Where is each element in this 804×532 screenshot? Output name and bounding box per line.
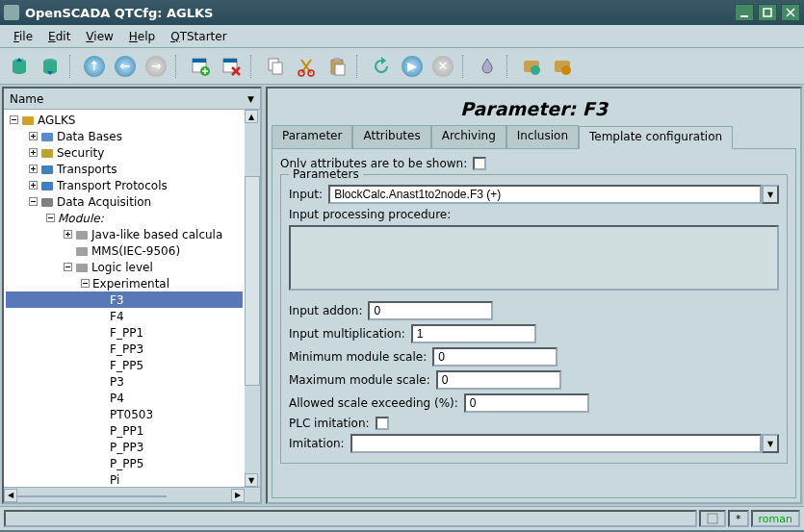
exceed-input[interactable] — [464, 393, 589, 413]
tree-item[interactable]: F3 — [6, 291, 243, 308]
tree-item[interactable]: Data Acquisition — [6, 193, 243, 210]
tree-toggle-icon[interactable] — [8, 114, 19, 126]
mult-input[interactable] — [411, 324, 536, 343]
tree-scrollbar-vertical[interactable]: ▲ ▼ — [245, 110, 260, 487]
tree-item[interactable]: Module: — [6, 210, 243, 226]
tabs-row: ParameterAttributesArchivingInclusionTem… — [272, 125, 796, 148]
only-attrs-checkbox[interactable] — [473, 157, 486, 170]
tree-item[interactable]: P3 — [6, 373, 243, 390]
svg-rect-14 — [334, 58, 340, 62]
menubar: File Edit View Help QTStarter — [0, 25, 804, 48]
svg-rect-34 — [76, 231, 88, 240]
tree-header[interactable]: Name▼ — [4, 89, 260, 110]
item-delete-button[interactable] — [218, 53, 245, 80]
tree-panel: Name▼ AGLKSData BasesSecurityTransportsT… — [2, 87, 262, 504]
net-icon — [40, 179, 54, 192]
tree-toggle-icon[interactable] — [27, 147, 39, 159]
tree-body[interactable]: AGLKSData BasesSecurityTransportsTranspo… — [4, 110, 245, 487]
max-scale-input[interactable] — [436, 370, 561, 390]
tree-item[interactable]: F_PP1 — [6, 324, 243, 341]
tree-item[interactable]: PT0503 — [6, 406, 243, 422]
tree-item[interactable]: P_PP1 — [6, 422, 243, 439]
tree-toggle-icon[interactable] — [62, 229, 73, 241]
imit-combo[interactable] — [350, 434, 762, 453]
tree-toggle-icon[interactable] — [44, 213, 56, 224]
run-button[interactable]: ▶ — [399, 53, 426, 80]
nav-forward-button[interactable]: → — [143, 53, 169, 80]
tree-item[interactable]: Transport Protocols — [6, 177, 243, 193]
nav-up-button[interactable]: ↑ — [81, 53, 108, 80]
paste-button[interactable] — [324, 53, 350, 80]
tree-root[interactable]: AGLKS — [6, 112, 243, 128]
tree-toggle-icon[interactable] — [27, 180, 39, 191]
tree-item[interactable]: Java-like based calcula — [6, 226, 243, 242]
minimize-button[interactable] — [735, 4, 754, 21]
statusbar: * roman — [0, 506, 804, 530]
input-combo-button[interactable]: ▼ — [762, 185, 779, 204]
plc-checkbox[interactable] — [376, 417, 389, 430]
tab-archiving[interactable]: Archiving — [431, 125, 506, 148]
db-save-button[interactable] — [37, 53, 64, 80]
tab-inclusion[interactable]: Inclusion — [506, 125, 579, 148]
menu-help[interactable]: Help — [121, 28, 163, 45]
input-combo[interactable] — [328, 185, 762, 204]
addon-input[interactable] — [368, 301, 493, 320]
cut-button[interactable] — [293, 53, 320, 80]
tree-item[interactable]: F4 — [6, 308, 243, 324]
svg-rect-0 — [740, 15, 748, 17]
tree-toggle-icon[interactable] — [27, 196, 39, 208]
svg-rect-8 — [223, 59, 237, 63]
nav-back-button[interactable]: ← — [112, 53, 139, 80]
tree-item[interactable]: MMS(IEC-9506) — [6, 242, 243, 259]
close-button[interactable] — [781, 4, 800, 21]
tool2-button[interactable] — [549, 53, 576, 80]
imit-combo-button[interactable]: ▼ — [762, 434, 779, 453]
menu-file[interactable]: File — [6, 28, 40, 45]
svg-point-17 — [531, 65, 540, 75]
menu-view[interactable]: View — [78, 28, 120, 45]
tree-item[interactable]: P4 — [6, 390, 243, 406]
tree-toggle-icon[interactable] — [27, 164, 39, 175]
tree-item[interactable]: Security — [6, 144, 243, 161]
tree-toggle-icon[interactable] — [27, 131, 39, 142]
tree-item[interactable]: P_PP3 — [6, 439, 243, 455]
tree-item[interactable]: Transports — [6, 161, 243, 177]
tree-item[interactable]: Experimental — [6, 275, 243, 291]
gear-icon — [40, 195, 54, 209]
tab-parameter[interactable]: Parameter — [272, 125, 352, 148]
tree-item[interactable]: Data Bases — [6, 128, 243, 144]
flame-button[interactable] — [474, 53, 501, 80]
svg-rect-23 — [41, 133, 53, 141]
svg-rect-25 — [41, 149, 53, 158]
tree-item[interactable]: P_PP5 — [6, 455, 243, 471]
tree-item[interactable]: F_PP3 — [6, 341, 243, 357]
app-icon — [4, 5, 19, 20]
tree-item[interactable]: Pi — [6, 471, 243, 487]
tree-scrollbar-horizontal[interactable]: ◀ ▶ — [4, 487, 260, 502]
status-user[interactable]: roman — [751, 510, 800, 527]
content-panel: Parameter: F3 ParameterAttributesArchivi… — [266, 87, 802, 504]
menu-qtstarter[interactable]: QTStarter — [163, 28, 234, 45]
tab-attributes[interactable]: Attributes — [352, 125, 430, 148]
parameters-fieldset: Parameters Input: ▼ Input processing pro… — [280, 174, 788, 464]
tree-item[interactable]: Logic level — [6, 259, 243, 275]
proc-textarea[interactable] — [289, 225, 779, 291]
folder-icon — [21, 114, 35, 127]
copy-button[interactable] — [262, 53, 289, 80]
main-area: Name▼ AGLKSData BasesSecurityTransportsT… — [0, 85, 804, 506]
svg-rect-5 — [193, 59, 206, 63]
min-scale-input[interactable] — [432, 347, 558, 367]
refresh-button[interactable] — [368, 53, 395, 80]
menu-edit[interactable]: Edit — [40, 28, 78, 45]
stop-button[interactable]: ✕ — [429, 53, 456, 80]
net-icon — [40, 163, 54, 176]
item-add-button[interactable] — [187, 53, 214, 80]
tree-toggle-icon[interactable] — [62, 262, 73, 273]
tree-toggle-icon[interactable] — [79, 278, 91, 290]
db-load-button[interactable] — [6, 53, 33, 80]
proc-label: Input processing procedure: — [289, 208, 451, 221]
tree-item[interactable]: F_PP5 — [6, 357, 243, 373]
tab-template-configuration[interactable]: Template configuration — [579, 126, 733, 149]
maximize-button[interactable] — [758, 4, 777, 21]
tool1-button[interactable] — [518, 53, 545, 80]
